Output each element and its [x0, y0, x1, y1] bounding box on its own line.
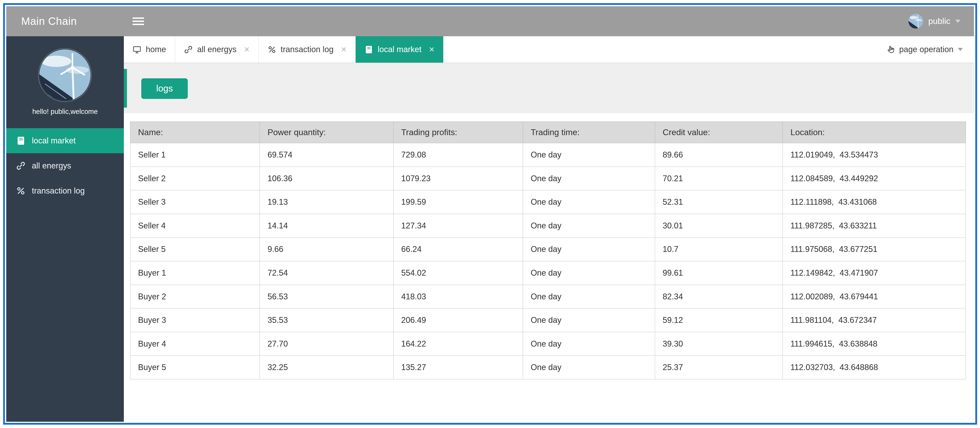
sidebar-item-label: transaction log: [32, 186, 85, 196]
table-cell: 52.31: [655, 190, 783, 214]
table-cell: Buyer 2: [130, 285, 260, 308]
monitor-icon: [132, 45, 141, 54]
accent-bar: [124, 69, 127, 108]
table-cell: 69.574: [260, 143, 393, 167]
hamburger-icon: [132, 18, 144, 19]
table-cell: 111.981104, 43.672347: [783, 308, 966, 332]
table-cell: One day: [523, 285, 655, 308]
sidebar: hello! public,welcome local market all e…: [6, 36, 124, 422]
percent-icon: [16, 186, 25, 196]
link-icon: [184, 45, 193, 54]
table-cell: One day: [523, 261, 655, 285]
table-cell: 135.27: [393, 356, 523, 379]
profile-avatar: [39, 49, 91, 101]
tab-all-energys[interactable]: all energys ×: [175, 36, 259, 63]
table-cell: 19.13: [260, 190, 393, 214]
table-cell: 111.994615, 43.638848: [783, 332, 966, 356]
table-header: Name: Power quantity: Trading profits: T…: [130, 122, 966, 143]
table-cell: 14.14: [260, 214, 393, 238]
table-row: Seller 414.14127.34One day30.01111.98728…: [130, 214, 966, 238]
sidebar-item-transaction-log[interactable]: transaction log: [6, 178, 124, 203]
hamburger-icon: [132, 21, 144, 22]
sidebar-toggle-button[interactable]: [124, 6, 153, 36]
tab-local-market[interactable]: local market ×: [356, 36, 443, 63]
table-cell: Seller 3: [130, 190, 260, 214]
tab-label: local market: [377, 45, 422, 54]
table-cell: Seller 1: [130, 143, 260, 167]
column-header-name: Name:: [130, 122, 260, 143]
table-cell: One day: [523, 143, 655, 167]
column-header-credit-value: Credit value:: [655, 122, 783, 143]
hand-pointer-icon: [886, 45, 895, 54]
column-header-trading-time: Trading time:: [523, 122, 655, 143]
tabbar-spacer: [443, 36, 875, 63]
table-cell: 70.21: [655, 167, 783, 190]
table-row: Seller 169.574729.08One day89.66112.0190…: [130, 143, 966, 167]
ledger-icon: [16, 136, 25, 145]
tab-label: all energys: [197, 45, 237, 54]
table-header-row: Name: Power quantity: Trading profits: T…: [130, 122, 966, 143]
table-cell: 164.22: [393, 332, 523, 356]
table-cell: 30.01: [655, 214, 783, 238]
table-cell: 112.002089, 43.679441: [783, 285, 966, 308]
table-cell: 112.149842, 43.471907: [783, 261, 966, 285]
welcome-text: hello! public,welcome: [6, 108, 124, 116]
table-row: Seller 2106.361079.23One day70.21112.084…: [130, 167, 966, 190]
table-cell: 112.019049, 43.534473: [783, 143, 966, 167]
table-cell: 89.66: [655, 143, 783, 167]
table-row: Buyer 256.53418.03One day82.34112.002089…: [130, 285, 966, 308]
main-area: home all energys × transaction log: [124, 36, 974, 422]
table-cell: Buyer 4: [130, 332, 260, 356]
tab-home[interactable]: home: [124, 36, 175, 63]
table-cell: Buyer 1: [130, 261, 260, 285]
table-cell: 112.032703, 43.648868: [783, 356, 966, 379]
content-header-band: logs: [124, 63, 974, 113]
link-icon: [16, 161, 25, 171]
table-cell: 111.987285, 43.633211: [783, 214, 966, 238]
logs-button[interactable]: logs: [141, 78, 188, 99]
column-header-location: Location:: [783, 122, 966, 143]
topbar: Main Chain: [6, 6, 974, 36]
table-cell: 199.59: [393, 190, 523, 214]
ledger-icon: [364, 45, 373, 54]
table-cell: 111.975068, 43.677251: [783, 238, 966, 261]
user-menu[interactable]: public: [908, 14, 974, 29]
table-cell: 10.7: [655, 238, 783, 261]
table-row: Seller 59.6666.24One day10.7111.975068, …: [130, 238, 966, 261]
market-table-body: Seller 169.574729.08One day89.66112.0190…: [130, 143, 966, 379]
table-cell: 418.03: [393, 285, 523, 308]
table-cell: 27.70: [260, 332, 393, 356]
tab-bar: home all energys × transaction log: [124, 36, 974, 63]
content-area: logs: [124, 63, 974, 422]
local-market-table: Name: Power quantity: Trading profits: T…: [130, 121, 966, 379]
table-cell: Seller 5: [130, 238, 260, 261]
screenshot-stage: Main Chain: [0, 0, 980, 428]
sidebar-item-label: local market: [32, 136, 76, 145]
tab-transaction-log[interactable]: transaction log ×: [259, 36, 356, 63]
app-frame: Main Chain: [3, 3, 977, 425]
column-header-power-quantity: Power quantity:: [260, 122, 393, 143]
sidebar-item-all-energys[interactable]: all energys: [6, 153, 124, 178]
tab-close-icon[interactable]: ×: [341, 45, 347, 54]
sidebar-item-label: all energys: [32, 161, 71, 171]
sidebar-item-local-market[interactable]: local market: [6, 128, 124, 153]
table-cell: One day: [523, 167, 655, 190]
table-cell: 66.24: [393, 238, 523, 261]
table-cell: One day: [523, 190, 655, 214]
page-operation-label: page operation: [899, 45, 954, 54]
tab-label: home: [146, 45, 166, 54]
app-title: Main Chain: [6, 15, 124, 27]
table-wrapper: Name: Power quantity: Trading profits: T…: [124, 113, 974, 379]
table-cell: 106.36: [260, 167, 393, 190]
table-cell: 112.111898, 43.431068: [783, 190, 966, 214]
table-row: Buyer 172.54554.02One day99.61112.149842…: [130, 261, 966, 285]
tab-close-icon[interactable]: ×: [429, 45, 434, 54]
table-cell: 729.08: [393, 143, 523, 167]
table-cell: Buyer 5: [130, 356, 260, 379]
page-operation-dropdown[interactable]: page operation: [875, 36, 974, 63]
caret-down-icon: [958, 48, 963, 51]
table-cell: 1079.23: [393, 167, 523, 190]
tab-label: transaction log: [280, 45, 334, 54]
table-cell: Buyer 3: [130, 308, 260, 332]
tab-close-icon[interactable]: ×: [244, 45, 250, 54]
